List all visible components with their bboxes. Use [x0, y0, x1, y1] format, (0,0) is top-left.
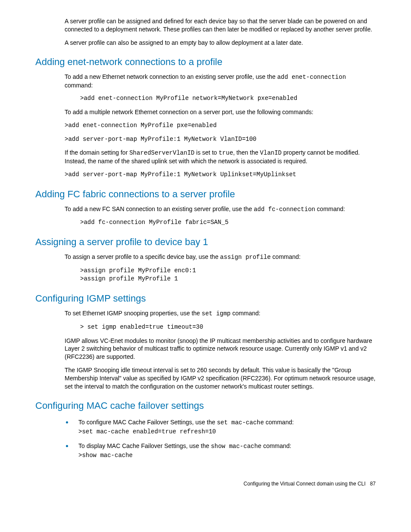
paragraph: To add a new Ethernet network connection… — [65, 73, 376, 90]
text: command: — [230, 310, 260, 317]
heading-mac: Configuring MAC cache failover settings — [35, 400, 376, 411]
inline-code: SharedServerVlanID — [129, 149, 194, 156]
intro-block: A server profile can be assigned and def… — [65, 17, 376, 47]
inline-code: add enet-connection — [277, 74, 346, 81]
text: To assign a server profile to a specific… — [65, 253, 220, 260]
code-block: >add server-port-map MyProfile:1 MyNetwo… — [65, 171, 376, 179]
text: If the domain setting for — [65, 149, 129, 156]
paragraph: IGMP allows VC-Enet modules to monitor (… — [65, 337, 376, 361]
paragraph: To add a multiple network Ethernet conne… — [65, 108, 376, 116]
text: command: — [271, 253, 300, 260]
section-body: To add a new Ethernet network connection… — [65, 73, 376, 179]
code-block: >assign profile MyProfile enc0:1 >assign… — [80, 267, 376, 283]
text: , then the — [233, 149, 260, 156]
paragraph: A server profile can be assigned and def… — [65, 17, 376, 34]
document-page: A server profile can be assigned and def… — [0, 0, 411, 504]
inline-code: true — [218, 149, 233, 156]
section-body: To add a new FC SAN connection to an exi… — [65, 205, 376, 227]
text: command: — [315, 205, 345, 212]
list-item: To configure MAC Cache Failover Settings… — [73, 417, 376, 436]
code-block: > set igmp enabled=true timeout=30 — [80, 323, 376, 332]
heading-assign: Assigning a server profile to device bay… — [35, 236, 376, 248]
heading-enet: Adding enet-network connections to a pro… — [35, 56, 376, 68]
text: is set to — [194, 149, 218, 156]
section-body: To configure MAC Cache Failover Settings… — [65, 417, 376, 460]
inline-code: show mac-cache — [211, 443, 262, 450]
text: To add a new FC SAN connection to an exi… — [65, 205, 254, 212]
footer-text: Configuring the Virtual Connect domain u… — [243, 481, 365, 487]
code-block: >add enet-connection MyProfile pxe=enabl… — [65, 121, 376, 130]
code-block: >add enet-connection MyProfile network=M… — [80, 94, 376, 103]
text: To add a new Ethernet network connection… — [65, 73, 277, 80]
paragraph: To assign a server profile to a specific… — [65, 253, 376, 261]
paragraph: To add a new FC SAN connection to an exi… — [65, 205, 376, 214]
inline-code: set igmp — [202, 310, 230, 317]
code-block: >set mac-cache enabled=true refresh=10 — [78, 428, 376, 436]
page-footer: Configuring the Virtual Connect domain u… — [35, 481, 376, 487]
code-block: >show mac-cache — [78, 451, 376, 460]
inline-code: add fc-connection — [254, 206, 315, 213]
code-block: >add fc-connection MyProfile fabric=SAN_… — [80, 218, 376, 227]
text: To set Ethernet IGMP snooping properties… — [65, 310, 202, 317]
page-number: 87 — [370, 481, 376, 487]
text: command: — [264, 419, 294, 426]
list-item: To display MAC Cache Failover Settings, … — [73, 440, 376, 460]
text: command: — [65, 82, 93, 89]
inline-code: set mac-cache — [217, 419, 264, 426]
bullet-list: To configure MAC Cache Failover Settings… — [73, 417, 376, 460]
paragraph: A server profile can also be assigned to… — [65, 39, 376, 47]
section-body: To assign a server profile to a specific… — [65, 253, 376, 283]
code-block: >add server-port-map MyProfile:1 MyNetwo… — [65, 135, 376, 144]
paragraph: The IGMP Snooping idle timeout interval … — [65, 366, 376, 391]
inline-code: assign profile — [220, 254, 271, 261]
heading-fc: Adding FC fabric connections to a server… — [35, 189, 376, 200]
paragraph: To set Ethernet IGMP snooping properties… — [65, 309, 376, 318]
section-body: To set Ethernet IGMP snooping properties… — [65, 309, 376, 391]
heading-igmp: Configuring IGMP settings — [35, 293, 376, 304]
text: To display MAC Cache Failover Settings, … — [78, 442, 211, 449]
inline-code: VlanID — [260, 149, 281, 156]
text: To configure MAC Cache Failover Settings… — [78, 419, 217, 426]
text: command: — [262, 442, 291, 449]
paragraph: If the domain setting for SharedServerVl… — [65, 149, 376, 165]
